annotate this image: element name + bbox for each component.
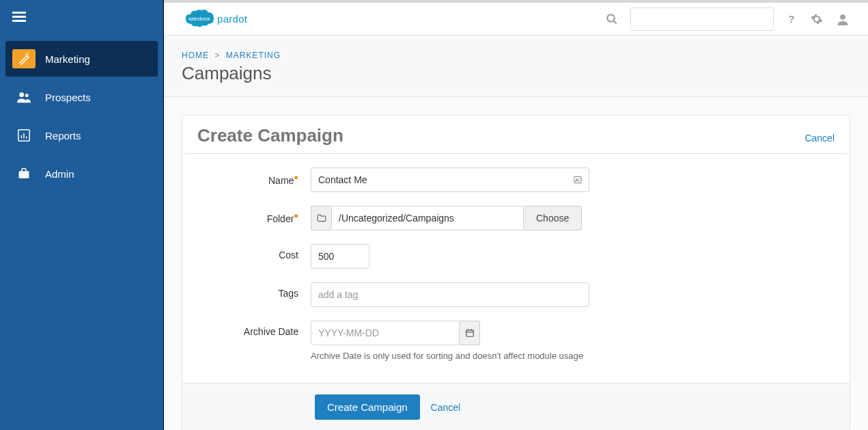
hamburger-icon [12, 10, 26, 24]
svg-rect-6 [19, 171, 29, 178]
folder-input [331, 206, 524, 230]
folder-label: Folder● [195, 206, 311, 224]
svg-rect-16 [466, 330, 473, 336]
svg-point-8 [607, 14, 615, 22]
breadcrumb-separator: > [214, 51, 220, 60]
tags-label: Tags [195, 282, 311, 299]
sidebar-item-label: Admin [45, 168, 74, 180]
sidebar-item-reports[interactable]: Reports [5, 118, 158, 153]
contact-card-icon[interactable] [573, 175, 583, 185]
svg-text:?: ? [789, 14, 795, 25]
search-input[interactable] [630, 8, 774, 31]
breadcrumb: HOME > MARKETING [182, 51, 850, 60]
briefcase-icon [12, 164, 36, 183]
breadcrumb-home[interactable]: HOME [182, 51, 209, 60]
archive-date-label: Archive Date [195, 321, 311, 337]
panel-footer: Create Campaign Cancel [182, 383, 850, 430]
brand-logo[interactable]: salesforce pardot [184, 9, 247, 29]
archive-date-help: Archive Date is only used for sorting an… [311, 351, 837, 361]
cost-input[interactable] [311, 244, 369, 269]
content-area: Create Campaign Cancel Name● [164, 97, 868, 430]
create-campaign-panel: Create Campaign Cancel Name● [182, 115, 850, 430]
main-column: salesforce pardot ? HOME > MARKETING Cam… [164, 0, 868, 430]
svg-line-9 [613, 21, 617, 24]
calendar-button[interactable] [460, 321, 480, 345]
folder-icon [311, 206, 331, 230]
panel-title: Create Campaign [197, 125, 804, 146]
svg-point-0 [19, 92, 24, 97]
users-icon [12, 88, 36, 107]
hamburger-button[interactable] [0, 0, 163, 36]
archive-date-input[interactable] [311, 321, 460, 345]
sidebar-item-label: Prospects [45, 92, 91, 103]
help-icon[interactable]: ? [786, 14, 797, 25]
sidebar-item-prospects[interactable]: Prospects [5, 79, 158, 115]
gear-icon[interactable] [811, 13, 823, 25]
sidebar: Marketing Prospects Reports Admin [0, 0, 164, 430]
search-icon[interactable] [606, 13, 618, 25]
choose-folder-button[interactable]: Choose [524, 206, 582, 230]
page-header: HOME > MARKETING Campaigns [164, 36, 868, 97]
cost-label: Cost [195, 244, 311, 260]
topbar: salesforce pardot ? [164, 0, 868, 36]
panel-cancel-link[interactable]: Cancel [804, 133, 835, 144]
salesforce-cloud-icon: salesforce [184, 9, 214, 29]
tags-input[interactable] [311, 282, 589, 307]
calendar-icon [465, 328, 475, 338]
footer-cancel-link[interactable]: Cancel [431, 402, 461, 413]
wand-icon [12, 49, 36, 68]
page-title: Campaigns [182, 63, 850, 84]
svg-text:salesforce: salesforce [188, 16, 210, 21]
svg-point-1 [25, 94, 29, 97]
breadcrumb-marketing[interactable]: MARKETING [226, 51, 281, 60]
bar-chart-icon [12, 126, 36, 145]
user-icon[interactable] [837, 13, 849, 25]
svg-point-11 [840, 14, 845, 20]
sidebar-item-label: Marketing [45, 53, 90, 65]
sidebar-item-admin[interactable]: Admin [5, 156, 158, 191]
campaign-form: Name● Folder● [182, 154, 850, 383]
sidebar-item-label: Reports [45, 130, 81, 142]
brand-name: pardot [217, 13, 247, 25]
create-campaign-button[interactable]: Create Campaign [315, 394, 420, 420]
name-label: Name● [195, 167, 311, 186]
name-input[interactable] [311, 167, 589, 192]
sidebar-item-marketing[interactable]: Marketing [5, 41, 158, 77]
svg-point-13 [576, 178, 578, 180]
